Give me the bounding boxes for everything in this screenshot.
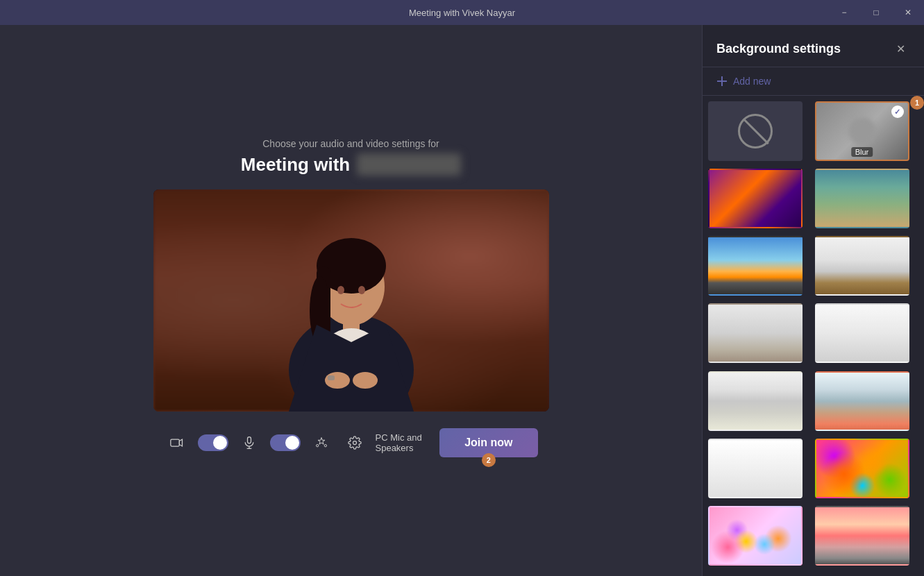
audio-toggle-knob bbox=[285, 436, 299, 450]
main-layout: Choose your audio and video settings for… bbox=[0, 25, 924, 576]
audio-toggle[interactable] bbox=[270, 434, 301, 451]
background-none-wrapper bbox=[708, 101, 812, 166]
background-colorful-balls[interactable] bbox=[815, 439, 909, 498]
background-balloons-wrapper bbox=[708, 506, 812, 570]
background-modern-room[interactable] bbox=[815, 236, 909, 296]
background-modern-room-wrapper bbox=[815, 236, 919, 300]
background-bedroom-wrapper bbox=[708, 371, 812, 436]
controls-bar: PC Mic and Speakers Join now 2 bbox=[153, 423, 549, 463]
background-settings-header: Background settings ✕ bbox=[703, 25, 924, 67]
background-empty[interactable] bbox=[708, 439, 803, 498]
effects-button[interactable] bbox=[309, 430, 334, 455]
video-toggle[interactable] bbox=[198, 434, 228, 451]
plus-icon bbox=[716, 76, 728, 87]
background-minimal-wrapper bbox=[708, 303, 812, 368]
background-concert-wrapper bbox=[708, 169, 812, 233]
meeting-title: Meeting with bbox=[241, 153, 461, 176]
svg-point-17 bbox=[324, 445, 326, 447]
svg-point-9 bbox=[325, 372, 350, 389]
background-none[interactable] bbox=[708, 101, 803, 161]
selected-count-badge: 1 bbox=[910, 96, 924, 110]
background-office[interactable] bbox=[815, 169, 909, 228]
join-button-wrapper: Join now 2 bbox=[439, 428, 537, 457]
background-office-wrapper bbox=[815, 169, 919, 233]
add-new-label: Add new bbox=[733, 76, 771, 87]
background-modern-open[interactable] bbox=[815, 371, 909, 431]
svg-point-10 bbox=[353, 372, 378, 389]
svg-rect-13 bbox=[247, 437, 251, 443]
background-blur[interactable]: Blur bbox=[815, 101, 909, 161]
svg-point-6 bbox=[358, 286, 365, 294]
blur-preview-circle bbox=[848, 117, 876, 145]
background-concert[interactable] bbox=[708, 169, 803, 228]
background-grid: 1 Blur bbox=[703, 96, 924, 576]
settings-button[interactable] bbox=[342, 430, 367, 455]
background-bridge-wrapper bbox=[815, 506, 919, 570]
background-city[interactable] bbox=[708, 236, 803, 296]
svg-point-16 bbox=[316, 445, 318, 447]
effects-icon bbox=[314, 436, 328, 450]
video-preview bbox=[153, 189, 549, 412]
background-balloons[interactable] bbox=[708, 506, 803, 566]
background-city-wrapper bbox=[708, 236, 812, 300]
camera-button[interactable] bbox=[165, 430, 190, 455]
blur-label: Blur bbox=[851, 147, 873, 157]
background-settings-title: Background settings bbox=[716, 42, 841, 56]
minimize-button[interactable]: − bbox=[828, 0, 860, 25]
background-white-room[interactable] bbox=[815, 303, 909, 363]
background-modern-open-wrapper bbox=[815, 371, 919, 436]
titlebar: Meeting with Vivek Nayyar − □ ✕ bbox=[0, 0, 924, 25]
background-empty-wrapper bbox=[708, 439, 812, 503]
video-toggle-knob bbox=[213, 436, 227, 450]
background-settings-close-button[interactable]: ✕ bbox=[891, 39, 910, 58]
svg-rect-11 bbox=[328, 375, 335, 380]
svg-rect-12 bbox=[170, 439, 179, 446]
meeting-name-redacted bbox=[357, 153, 461, 176]
mic-icon bbox=[242, 436, 256, 450]
audio-device-label: PC Mic and Speakers bbox=[376, 432, 432, 453]
background-settings-panel: Background settings ✕ Add new 1 bbox=[702, 25, 924, 576]
background-white-room-wrapper bbox=[815, 303, 919, 368]
join-badge: 2 bbox=[482, 453, 496, 467]
svg-point-5 bbox=[337, 286, 344, 294]
svg-point-18 bbox=[353, 441, 356, 445]
window-title: Meeting with Vivek Nayyar bbox=[409, 8, 515, 18]
close-button[interactable]: ✕ bbox=[892, 0, 924, 25]
camera-icon bbox=[170, 436, 184, 450]
person-silhouette bbox=[261, 203, 442, 412]
background-colorful-balls-wrapper bbox=[815, 439, 919, 503]
gear-icon bbox=[348, 436, 362, 450]
window-controls: − □ ✕ bbox=[828, 0, 924, 25]
left-panel: Choose your audio and video settings for… bbox=[0, 25, 702, 576]
background-minimal[interactable] bbox=[708, 303, 803, 363]
background-bridge[interactable] bbox=[815, 506, 909, 566]
no-background-icon bbox=[738, 114, 773, 149]
add-new-background-button[interactable]: Add new bbox=[703, 67, 924, 96]
background-blur-wrapper: 1 Blur bbox=[815, 101, 919, 166]
mic-button[interactable] bbox=[237, 430, 262, 455]
background-bedroom[interactable] bbox=[708, 371, 803, 431]
setup-instruction: Choose your audio and video settings for bbox=[262, 138, 439, 149]
video-preview-container bbox=[153, 189, 549, 412]
meeting-prefix: Meeting with bbox=[241, 154, 350, 176]
maximize-button[interactable]: □ bbox=[860, 0, 892, 25]
